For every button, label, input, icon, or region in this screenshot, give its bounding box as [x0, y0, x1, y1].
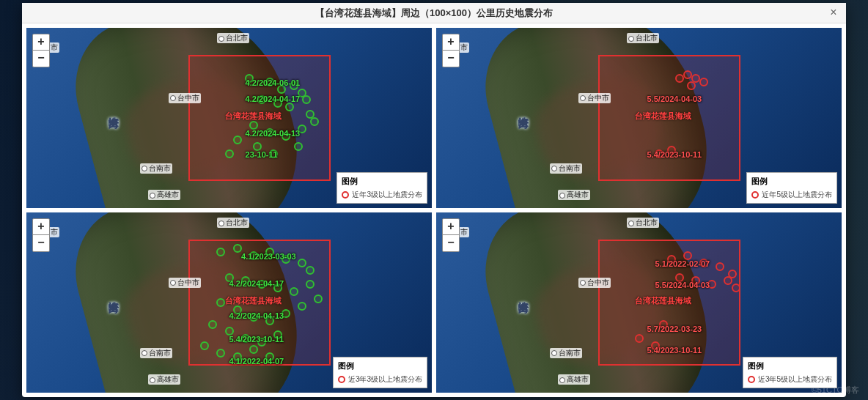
legend-text: 近年3级以上地震分布: [352, 190, 422, 200]
earthquake-label: 4.2/2024-04-17: [246, 95, 301, 103]
zoom-out-button[interactable]: −: [33, 235, 49, 251]
earthquake-marker[interactable]: [233, 244, 242, 253]
modal-header: 【台湾花莲县海域】周边（100×100）公里历史地震分布 ×: [22, 3, 846, 23]
earthquake-modal: 【台湾花莲县海域】周边（100×100）公里历史地震分布 × +−台湾海峡台北市…: [22, 3, 846, 397]
earthquake-marker[interactable]: [310, 117, 319, 126]
earthquake-marker[interactable]: [298, 259, 306, 267]
zoom-control: +−: [442, 218, 460, 252]
earthquake-marker[interactable]: [699, 78, 708, 86]
legend-text: 近3年5级以上地震分布: [758, 374, 832, 385]
close-icon[interactable]: ×: [827, 6, 840, 19]
earthquake-marker[interactable]: [306, 266, 315, 275]
zoom-out-button[interactable]: −: [33, 51, 49, 67]
zoom-in-button[interactable]: +: [33, 219, 49, 235]
earthquake-label: 4.2/2024-06-01: [246, 78, 301, 87]
legend-item: 近年3级以上地震分布: [342, 190, 422, 200]
zoom-in-button[interactable]: +: [443, 219, 459, 235]
legend-box: 图例近3年3级以上地震分布: [333, 357, 427, 388]
earthquake-marker[interactable]: [200, 341, 209, 350]
earthquake-marker[interactable]: [208, 320, 217, 329]
zoom-out-button[interactable]: −: [443, 235, 459, 251]
legend-item: 近年5级以上地震分布: [751, 190, 832, 200]
center-location-label: 台湾花莲县海域: [225, 295, 282, 306]
maps-grid: +−台湾海峡台北市台中市台南市高雄市州市台湾花莲县海域4.2/2024-06-0…: [22, 23, 846, 397]
earthquake-label: 4.2/2024-04-13: [229, 311, 284, 320]
modal-title: 【台湾花莲县海域】周边（100×100）公里历史地震分布: [22, 7, 846, 20]
earthquake-label: 4.1/2023-03-03: [241, 252, 296, 261]
earthquake-marker[interactable]: [216, 298, 225, 307]
earthquake-label: 5.4/2023-10-11: [647, 346, 702, 355]
legend-box: 图例近3年5级以上地震分布: [743, 357, 837, 388]
legend-dot-icon: [342, 191, 349, 199]
earthquake-marker[interactable]: [233, 136, 242, 144]
legend-box: 图例近年5级以上地震分布: [746, 172, 837, 204]
legend-box: 图例近年3级以上地震分布: [336, 172, 427, 204]
map-panel-3[interactable]: +−台湾海峡台北市台中市台南市高雄市州市台湾花莲县海域5.1/2022-02-0…: [436, 212, 842, 393]
zoom-control: +−: [32, 218, 50, 252]
earthquake-label: 4.2/2024-04-17: [229, 279, 284, 288]
earthquake-label: 5.4/2023-10-11: [647, 150, 702, 159]
earthquake-label: 5.5/2024-04-03: [655, 281, 710, 289]
zoom-in-button[interactable]: +: [33, 34, 49, 51]
earthquake-marker[interactable]: [306, 280, 315, 289]
legend-dot-icon: [748, 376, 755, 383]
earthquake-label: 4.2/2024-04-13: [246, 129, 301, 138]
legend-text: 近年5级以上地震分布: [762, 190, 832, 200]
earthquake-marker[interactable]: [302, 95, 311, 104]
earthquake-marker[interactable]: [716, 262, 724, 271]
earthquake-label: 5.4/2023-10-11: [229, 335, 284, 344]
legend-item: 近3年5级以上地震分布: [748, 374, 832, 385]
legend-dot-icon: [751, 191, 759, 199]
earthquake-marker[interactable]: [732, 284, 740, 292]
zoom-out-button[interactable]: −: [443, 51, 459, 67]
legend-title: 图例: [751, 176, 832, 187]
zoom-in-button[interactable]: +: [443, 34, 459, 51]
earthquake-marker[interactable]: [225, 149, 234, 158]
zoom-control: +−: [442, 34, 460, 67]
legend-text: 近3年3级以上地震分布: [348, 374, 422, 385]
map-panel-2[interactable]: +−台湾海峡台北市台中市台南市高雄市州市台湾花莲县海域4.1/2023-03-0…: [26, 212, 432, 393]
center-location-label: 台湾花莲县海域: [635, 111, 691, 122]
earthquake-label: 5.1/2022-02-07: [655, 259, 710, 268]
earthquake-label: 5.7/2022-03-23: [647, 325, 702, 333]
earthquake-label: 23-10-11: [246, 150, 278, 159]
earthquake-marker[interactable]: [290, 287, 298, 296]
earthquake-marker[interactable]: [724, 276, 732, 285]
earthquake-marker[interactable]: [249, 345, 258, 354]
legend-title: 图例: [338, 360, 422, 371]
legend-item: 近3年3级以上地震分布: [338, 374, 422, 385]
earthquake-marker[interactable]: [635, 334, 644, 343]
earthquake-marker[interactable]: [687, 81, 696, 90]
legend-title: 图例: [342, 176, 422, 187]
earthquake-label: 5.5/2024-04-03: [647, 95, 702, 103]
map-panel-0[interactable]: +−台湾海峡台北市台中市台南市高雄市州市台湾花莲县海域4.2/2024-06-0…: [26, 28, 432, 208]
earthquake-marker[interactable]: [314, 295, 323, 303]
earthquake-marker[interactable]: [285, 103, 294, 111]
earthquake-label: 4.1/2022-04-07: [229, 357, 284, 366]
legend-dot-icon: [338, 376, 345, 383]
earthquake-marker[interactable]: [216, 349, 225, 358]
zoom-control: +−: [32, 34, 50, 67]
earthquake-marker[interactable]: [298, 302, 306, 311]
center-location-label: 台湾花莲县海域: [225, 111, 282, 122]
earthquake-marker[interactable]: [216, 248, 225, 256]
earthquake-marker[interactable]: [294, 142, 303, 151]
legend-title: 图例: [748, 360, 832, 371]
center-location-label: 台湾花莲县海域: [635, 295, 691, 306]
map-panel-1[interactable]: +−台湾海峡台北市台中市台南市高雄市州市台湾花莲县海域5.5/2024-04-0…: [436, 28, 842, 208]
